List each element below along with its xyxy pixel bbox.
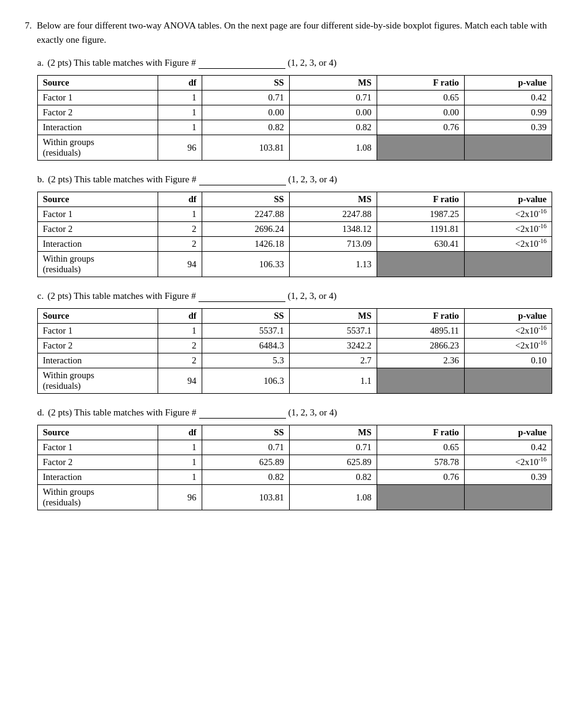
col-header-source-d: Source (38, 425, 158, 440)
ss-cell: 106.33 (202, 252, 289, 277)
col-header-df-b: df (158, 192, 202, 207)
col-header-df-c: df (158, 309, 202, 324)
pvalue-cell: <2x10-16 (464, 222, 552, 237)
table-row: Within groups(residuals) 96 103.81 1.08 (38, 135, 552, 161)
pvalue-cell-gray (464, 485, 552, 510)
source-cell: Within groups(residuals) (38, 252, 158, 277)
figure-line-d (199, 407, 286, 419)
col-header-ms-c: MS (289, 309, 377, 324)
sub-label-d: d. (2 pts) This table matches with Figur… (37, 407, 552, 420)
col-header-source-a: Source (38, 76, 158, 91)
df-cell: 1 (158, 324, 202, 339)
pvalue-cell: 0.99 (464, 105, 552, 120)
col-header-pvalue-b: p-value (464, 192, 552, 207)
table-row: Factor 2 2 6484.3 3242.2 2866.23 <2x10-1… (38, 339, 552, 353)
ms-cell: 2.7 (289, 353, 377, 368)
question-container: 7. Below are four different two-way ANOV… (25, 19, 552, 510)
df-cell: 2 (158, 339, 202, 353)
sub-letter-b: b. (37, 174, 44, 185)
table-header-row-b: Source df SS MS F ratio p-value (38, 192, 552, 207)
col-header-pvalue-d: p-value (464, 425, 552, 440)
ss-cell: 5.3 (202, 353, 289, 368)
df-cell: 1 (158, 91, 202, 105)
anova-table-b: Source df SS MS F ratio p-value Factor 1… (37, 192, 552, 277)
col-header-df-a: df (158, 76, 202, 91)
table-row: Factor 1 1 0.71 0.71 0.65 0.42 (38, 91, 552, 105)
ss-cell: 625.89 (202, 455, 289, 470)
fratio-cell: 0.00 (377, 105, 464, 120)
pvalue-cell: 0.42 (464, 91, 552, 105)
figure-line-b (199, 174, 286, 185)
ss-cell: 5537.1 (202, 324, 289, 339)
col-header-df-d: df (158, 425, 202, 440)
table-row: Interaction 1 0.82 0.82 0.76 0.39 (38, 120, 552, 135)
table-row: Factor 1 1 5537.1 5537.1 4895.11 <2x10-1… (38, 324, 552, 339)
sub-text-c: (2 pts) This table matches with Figure # (47, 291, 195, 301)
sub-question-a: a. (2 pts) This table matches with Figur… (37, 58, 552, 161)
table-row: Within groups(residuals) 96 103.81 1.08 (38, 485, 552, 510)
table-row: Interaction 1 0.82 0.82 0.76 0.39 (38, 470, 552, 485)
table-row: Factor 1 1 2247.88 2247.88 1987.25 <2x10… (38, 207, 552, 222)
sub-text-a: (2 pts) This table matches with Figure # (47, 58, 195, 68)
table-row: Factor 2 1 0.00 0.00 0.00 0.99 (38, 105, 552, 120)
pvalue-cell: <2x10-16 (464, 237, 552, 252)
col-header-pvalue-a: p-value (464, 76, 552, 91)
col-header-fratio-c: F ratio (377, 309, 464, 324)
source-cell: Factor 1 (38, 207, 158, 222)
sub-letter-c: c. (37, 291, 43, 301)
table-row: Factor 2 2 2696.24 1348.12 1191.81 <2x10… (38, 222, 552, 237)
fratio-cell: 4895.11 (377, 324, 464, 339)
source-cell: Factor 2 (38, 455, 158, 470)
figure-line-c (199, 291, 285, 302)
pvalue-cell: <2x10-16 (464, 324, 552, 339)
ms-cell: 0.71 (289, 440, 377, 455)
sub-label-c: c. (2 pts) This table matches with Figur… (37, 291, 552, 303)
col-header-ms-d: MS (289, 425, 377, 440)
df-cell: 96 (158, 485, 202, 510)
ms-cell: 3242.2 (289, 339, 377, 353)
figure-line-a (199, 58, 285, 69)
fratio-cell-gray (377, 485, 464, 510)
ms-cell: 1348.12 (289, 222, 377, 237)
col-header-ms-b: MS (289, 192, 377, 207)
source-cell: Factor 1 (38, 324, 158, 339)
sub-label-b: b. (2 pts) This table matches with Figur… (37, 174, 552, 187)
source-cell: Factor 2 (38, 105, 158, 120)
col-header-pvalue-c: p-value (464, 309, 552, 324)
table-header-row-c: Source df SS MS F ratio p-value (38, 309, 552, 324)
df-cell: 1 (158, 105, 202, 120)
source-cell: Factor 2 (38, 339, 158, 353)
fratio-cell: 2.36 (377, 353, 464, 368)
table-row: Factor 2 1 625.89 625.89 578.78 <2x10-16 (38, 455, 552, 470)
anova-table-c: Source df SS MS F ratio p-value Factor 1… (37, 308, 552, 394)
table-row: Factor 1 1 0.71 0.71 0.65 0.42 (38, 440, 552, 455)
table-header-row-a: Source df SS MS F ratio p-value (38, 76, 552, 91)
ms-cell: 625.89 (289, 455, 377, 470)
ms-cell: 1.08 (289, 485, 377, 510)
ss-cell: 0.71 (202, 440, 289, 455)
pvalue-cell: 0.39 (464, 120, 552, 135)
ss-cell: 0.82 (202, 120, 289, 135)
col-header-ss-b: SS (202, 192, 289, 207)
pvalue-cell: 0.42 (464, 440, 552, 455)
col-header-fratio-d: F ratio (377, 425, 464, 440)
sub-suffix-b: (1, 2, 3, or 4) (288, 174, 338, 185)
fratio-cell-gray (377, 135, 464, 161)
df-cell: 1 (158, 207, 202, 222)
source-cell: Within groups(residuals) (38, 485, 158, 510)
df-cell: 2 (158, 237, 202, 252)
table-header-row-d: Source df SS MS F ratio p-value (38, 425, 552, 440)
df-cell: 2 (158, 222, 202, 237)
df-cell: 2 (158, 353, 202, 368)
sub-label-a: a. (2 pts) This table matches with Figur… (37, 58, 552, 70)
ms-cell: 2247.88 (289, 207, 377, 222)
fratio-cell: 630.41 (377, 237, 464, 252)
table-row: Within groups(residuals) 94 106.33 1.13 (38, 252, 552, 277)
ss-cell: 2247.88 (202, 207, 289, 222)
df-cell: 1 (158, 440, 202, 455)
source-cell: Interaction (38, 470, 158, 485)
ms-cell: 0.82 (289, 470, 377, 485)
ss-cell: 0.82 (202, 470, 289, 485)
sub-text-b: (2 pts) This table matches with Figure # (48, 174, 196, 185)
ms-cell: 5537.1 (289, 324, 377, 339)
